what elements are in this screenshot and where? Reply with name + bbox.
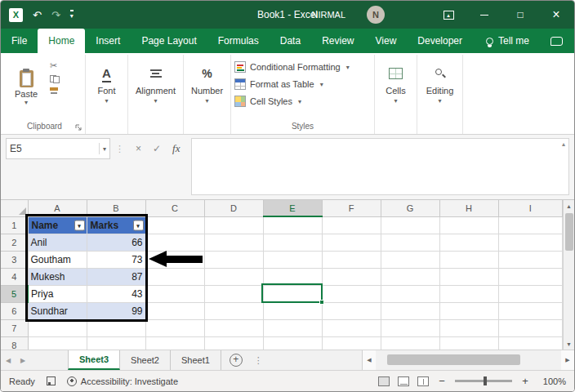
tab-home[interactable]: Home xyxy=(38,29,85,53)
cell[interactable] xyxy=(381,216,439,234)
insert-function-button[interactable]: fx xyxy=(172,142,180,155)
cell[interactable] xyxy=(322,268,381,285)
zoom-slider[interactable] xyxy=(455,380,512,382)
cell-b3[interactable]: 73 xyxy=(87,251,145,268)
cell[interactable] xyxy=(322,234,381,251)
macro-record-icon[interactable] xyxy=(47,376,56,385)
cell[interactable] xyxy=(145,251,204,268)
sheet-tab-sheet3[interactable]: Sheet3 xyxy=(68,350,120,370)
cell[interactable] xyxy=(204,234,263,251)
cell[interactable] xyxy=(381,319,439,336)
cell[interactable] xyxy=(439,302,498,319)
column-header-g[interactable]: G xyxy=(381,200,439,216)
cell[interactable] xyxy=(204,319,263,336)
cell[interactable] xyxy=(204,268,263,285)
cell-b1[interactable]: Marks▾ xyxy=(87,216,145,234)
cell-b6[interactable]: 99 xyxy=(87,302,145,319)
cell[interactable] xyxy=(381,302,439,319)
page-break-view-button[interactable] xyxy=(417,376,429,386)
cancel-button[interactable]: × xyxy=(136,143,141,154)
scroll-right-button[interactable]: ▶ xyxy=(561,350,574,370)
cell[interactable] xyxy=(381,336,439,350)
cell[interactable] xyxy=(439,216,498,234)
cell[interactable] xyxy=(381,251,439,268)
cell[interactable] xyxy=(322,251,381,268)
cell[interactable] xyxy=(498,336,563,350)
select-all-corner[interactable] xyxy=(1,200,28,216)
cell-a4[interactable]: Mukesh xyxy=(28,268,87,285)
cell[interactable] xyxy=(263,336,322,350)
zoom-out-button[interactable]: − xyxy=(437,375,447,387)
cell[interactable] xyxy=(322,285,381,302)
cell[interactable] xyxy=(498,285,563,302)
accessibility-status[interactable]: Accessibility: Investigate xyxy=(67,376,178,386)
vertical-scrollbar[interactable]: ▲ ▼ xyxy=(563,200,574,350)
sheet-nav-left-button[interactable]: ◀ xyxy=(1,350,16,370)
cell[interactable] xyxy=(145,285,204,302)
cell[interactable] xyxy=(263,251,322,268)
clipboard-dialog-launcher[interactable] xyxy=(75,124,82,131)
customize-quick-access-toolbar-icon[interactable]: ▾ xyxy=(70,10,74,20)
cell[interactable] xyxy=(204,251,263,268)
cell[interactable] xyxy=(322,216,381,234)
cell[interactable] xyxy=(381,268,439,285)
column-header-a[interactable]: A xyxy=(28,200,87,216)
tab-file[interactable]: File xyxy=(1,29,38,53)
row-header-5[interactable]: 5 xyxy=(1,285,28,302)
font-group-button[interactable]: A Font ▾ xyxy=(89,56,124,132)
tab-data[interactable]: Data xyxy=(270,29,311,53)
cell[interactable] xyxy=(439,285,498,302)
scroll-up-button[interactable]: ▲ xyxy=(564,200,574,212)
enter-button[interactable]: ✓ xyxy=(153,143,161,154)
row-header-7[interactable]: 7 xyxy=(1,319,28,336)
column-header-e[interactable]: E xyxy=(263,200,322,216)
cell[interactable] xyxy=(322,336,381,350)
cell[interactable] xyxy=(498,234,563,251)
column-header-d[interactable]: D xyxy=(204,200,263,216)
cell[interactable] xyxy=(498,319,563,336)
redo-button[interactable]: ↷ xyxy=(51,9,60,21)
cell-a3[interactable]: Goutham xyxy=(28,251,87,268)
close-button[interactable]: × xyxy=(538,1,574,29)
page-layout-view-button[interactable] xyxy=(398,376,409,386)
maximize-button[interactable]: □ xyxy=(502,1,538,29)
name-filter-button[interactable]: ▾ xyxy=(74,220,85,230)
column-header-i[interactable]: I xyxy=(498,200,563,216)
cell[interactable] xyxy=(322,319,381,336)
horizontal-scrollbar[interactable]: ◀ ▶ xyxy=(362,350,574,370)
cell-b5[interactable]: 43 xyxy=(87,285,145,302)
sheet-tab-sheet1[interactable]: Sheet1 xyxy=(171,350,221,370)
cell[interactable] xyxy=(439,234,498,251)
row-header-4[interactable]: 4 xyxy=(1,268,28,285)
cell[interactable] xyxy=(145,336,204,350)
marks-filter-button[interactable]: ▾ xyxy=(133,220,144,230)
formula-bar-collapse-icon[interactable]: ▴ xyxy=(562,140,565,148)
scroll-down-button[interactable]: ▼ xyxy=(564,338,574,350)
tab-review[interactable]: Review xyxy=(311,29,364,53)
tab-view[interactable]: View xyxy=(365,29,408,53)
cell[interactable] xyxy=(263,234,322,251)
cell[interactable] xyxy=(322,302,381,319)
cell[interactable] xyxy=(498,302,563,319)
cell[interactable] xyxy=(145,268,204,285)
tab-formulas[interactable]: Formulas xyxy=(207,29,270,53)
zoom-slider-thumb[interactable] xyxy=(484,376,487,385)
cell[interactable] xyxy=(145,234,204,251)
cell-styles-button[interactable]: Cell Styles ▾ xyxy=(234,94,371,109)
column-header-b[interactable]: B xyxy=(87,200,145,216)
format-as-table-button[interactable]: Format as Table ▾ xyxy=(234,77,371,91)
editing-group-button[interactable]: Editing ▾ xyxy=(421,56,459,132)
cell[interactable] xyxy=(87,336,145,350)
cell[interactable] xyxy=(145,302,204,319)
cell-a2[interactable]: Anil xyxy=(28,234,87,251)
new-sheet-button[interactable]: + xyxy=(230,354,243,367)
row-header-3[interactable]: 3 xyxy=(1,251,28,268)
cell[interactable] xyxy=(439,336,498,350)
tab-developer[interactable]: Developer xyxy=(407,29,473,53)
cell[interactable] xyxy=(498,216,563,234)
sheet-nav-right-button[interactable]: ▶ xyxy=(16,350,30,370)
cell[interactable] xyxy=(498,268,563,285)
cell[interactable] xyxy=(28,336,87,350)
comment-icon[interactable] xyxy=(550,37,563,46)
cell[interactable] xyxy=(439,268,498,285)
